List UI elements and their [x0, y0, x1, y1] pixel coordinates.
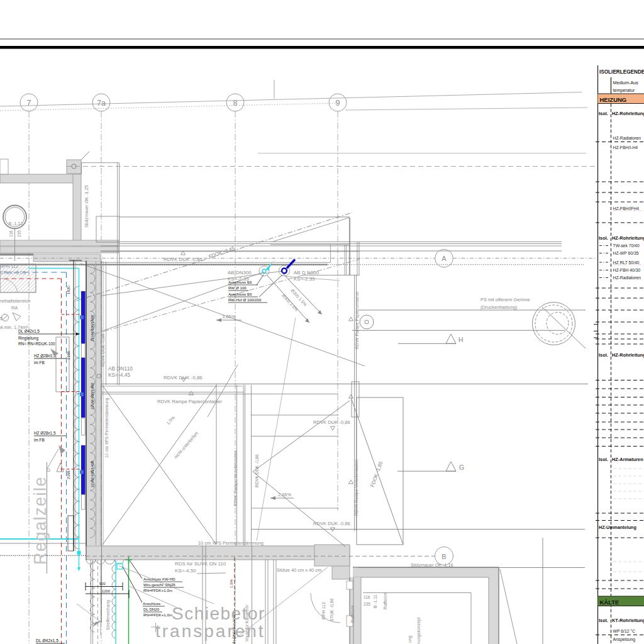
svg-text:Isol.: Isol. — [599, 352, 608, 358]
svg-text:HZ-Radiatoren: HZ-Radiatoren — [613, 275, 641, 280]
svg-text:HZ Ø28x1,5: HZ Ø28x1,5 — [34, 431, 56, 435]
svg-text:Schiebetor: Schiebetor — [172, 604, 265, 623]
svg-text:2,66%: 2,66% — [278, 492, 291, 497]
svg-text:2155: 2155 — [66, 470, 70, 479]
svg-text:G: G — [459, 464, 464, 471]
svg-text:nungskonzept: nungskonzept — [416, 618, 421, 644]
svg-text:RPH 112: RPH 112 — [0, 264, 18, 269]
svg-text:9: 9 — [336, 99, 340, 108]
svg-text:(Druckentlastung): (Druckentlastung) — [480, 304, 517, 310]
svg-text:RDVK DUK -0,86: RDVK DUK -0,86 — [101, 333, 105, 367]
svg-text:TW-sek 70/40: TW-sek 70/40 — [613, 243, 640, 248]
svg-text:HZ-Rohrleitung: HZ-Rohrleitung — [612, 111, 644, 116]
svg-text:RN=FFDK+1,0m: RN=FFDK+1,0m — [143, 588, 172, 592]
svg-text:RDVK DUK -0,86: RDVK DUK -0,86 — [164, 257, 203, 262]
svg-text:HZ-FBH/I-H4: HZ-FBH/I-H4 — [613, 145, 638, 150]
svg-text:DL Ø42x1,5: DL Ø42x1,5 — [36, 638, 58, 643]
svg-text:RW Ø 100: RW Ø 100 — [228, 286, 247, 290]
svg-text:1200: 1200 — [102, 589, 110, 593]
svg-text:ISOLIERLEGENDE: ISOLIERLEGENDE — [599, 69, 644, 75]
svg-text:Isol.: Isol. — [599, 618, 608, 623]
svg-text:116: 116 — [9, 230, 13, 237]
svg-text:235: 235 — [17, 230, 21, 237]
svg-text:RN=FFDK+1,0m: RN=FFDK+1,0m — [143, 613, 172, 617]
svg-text:5: 5 — [0, 316, 3, 321]
svg-text:HZ-FBH 40/30: HZ-FBH 40/30 — [613, 268, 641, 272]
svg-text:HZ-Ummantelung: HZ-Ummantelung — [599, 525, 636, 530]
svg-text:RDS für SUVK DN 110: RDS für SUVK DN 110 — [175, 561, 226, 567]
svg-text:reihaltebereich: reihaltebereich — [0, 298, 30, 304]
svg-text:RDVK Rampe Papiercontainer: RDVK Rampe Papiercontainer — [157, 399, 222, 404]
svg-text:AB DN300: AB DN300 — [228, 270, 252, 275]
svg-text:RN= RN=RDUK-100: RN= RN=RDUK-100 — [18, 341, 55, 346]
svg-text:HZ-WP 60/35: HZ-WP 60/35 — [613, 251, 639, 255]
svg-text:A: A — [441, 255, 447, 262]
svg-text:1520: 1520 — [66, 286, 70, 294]
svg-text:DL Ø42x1,5: DL Ø42x1,5 — [18, 329, 40, 333]
svg-text:HZ-FBH/IFH4: HZ-FBH/IFH4 — [613, 206, 640, 211]
svg-text:KS=-2,35: KS=-2,35 — [294, 276, 315, 282]
svg-text:235: 235 — [364, 602, 370, 606]
svg-text:RDVK Rampe Papiercontainer: RDVK Rampe Papiercontainer — [355, 291, 360, 349]
svg-text:Anspeisung: Anspeisung — [613, 637, 636, 642]
svg-text:RDVK DUK -0,86: RDVK DUK -0,86 — [164, 375, 203, 380]
svg-text:116: 116 — [364, 595, 370, 599]
svg-text:AB DN110: AB DN110 — [108, 365, 133, 372]
svg-text:Raffstore: Raffstore — [383, 592, 387, 609]
svg-text:im FB: im FB — [34, 360, 45, 365]
svg-text:KS=-4,45: KS=-4,45 — [108, 372, 130, 378]
svg-text:RDVK DUK -0,86: RDVK DUK -0,86 — [313, 521, 350, 526]
svg-text:HZ-Rohrleitung: HZ-Rohrleitung — [612, 235, 644, 241]
svg-text:HZ-Radiatoren: HZ-Radiatoren — [613, 136, 641, 140]
svg-text:Isol.: Isol. — [599, 457, 608, 462]
svg-text:KT-Rohrleitung: KT-Rohrleitung — [612, 618, 644, 623]
svg-text:G: G — [47, 467, 50, 473]
svg-text:HZ-Rohrleitung: HZ-Rohrleitung — [612, 352, 644, 358]
svg-text:22VM 600/1400: 22VM 600/1400 — [91, 460, 94, 487]
svg-text:B: B — [441, 553, 446, 560]
svg-text:HZ Ø28x1,5: HZ Ø28x1,5 — [34, 353, 56, 358]
svg-text:8: 8 — [233, 99, 238, 108]
svg-text:H: H — [458, 336, 464, 343]
svg-text:transparent: transparent — [155, 621, 265, 641]
svg-text:RPH 112: RPH 112 — [321, 602, 326, 619]
svg-text:ung: ung — [408, 635, 413, 643]
svg-text:PS mit offenem Gerinne: PS mit offenem Gerinne — [480, 297, 530, 303]
svg-text:DL DN20: DL DN20 — [143, 607, 160, 611]
svg-text:Streifenvorhang: Streifenvorhang — [106, 600, 111, 630]
svg-text:RDVK DUK -0,86: RDVK DUK -0,86 — [255, 454, 259, 487]
svg-text:Anschluss: Anschluss — [143, 601, 160, 606]
svg-text:3,65%: 3,65% — [222, 314, 235, 319]
svg-text:im FB: im FB — [34, 438, 45, 442]
svg-text:HZ RLT 50/40: HZ RLT 50/40 — [613, 260, 640, 265]
svg-text:RDVK Rampe Verteilerstation: RDVK Rampe Verteilerstation — [233, 450, 238, 506]
svg-text:Stützmauer OK -1,16: Stützmauer OK -1,16 — [411, 562, 453, 568]
svg-text:2155: 2155 — [66, 351, 70, 360]
svg-text:7a: 7a — [97, 99, 106, 108]
svg-text:RA: RA — [11, 305, 18, 311]
svg-text:Regalzeile: Regalzeile — [31, 476, 50, 565]
svg-text:WP 6/12 °C: WP 6/12 °C — [613, 629, 636, 633]
svg-text:Anschluss E6: Anschluss E6 — [228, 292, 252, 296]
svg-text:B -1.11: B -1.11 — [373, 594, 377, 608]
svg-text:Ringleitung: Ringleitung — [18, 336, 38, 341]
svg-text:Medium-Aus: Medium-Aus — [613, 80, 639, 86]
svg-text:22VM 600/1400: 22VM 600/1400 — [91, 382, 94, 409]
svg-text:Isol.: Isol. — [599, 111, 608, 116]
svg-text:Isol.: Isol. — [599, 235, 608, 241]
svg-text:RDVK Rampe Verteilerstation: RDVK Rampe Verteilerstation — [354, 459, 359, 516]
svg-text:10 cm XPS Perimeterdämmung: 10 cm XPS Perimeterdämmung — [104, 397, 109, 458]
svg-text:HEIZUNG: HEIZUNG — [600, 96, 627, 103]
svg-text:10 cm XPS Perimeterdämmung: 10 cm XPS Perimeterdämmung — [198, 540, 264, 546]
svg-text:22VM 600/1400: 22VM 600/1400 — [91, 314, 94, 341]
svg-text:1,5%: 1,5% — [229, 579, 233, 588]
svg-text:Raffstore: Raffstore — [350, 605, 355, 623]
svg-text:HZ-Armaturen: HZ-Armaturen — [612, 457, 643, 462]
svg-text:AB D N300: AB D N300 — [294, 270, 319, 275]
svg-text:RDVK DUK -0,86: RDVK DUK -0,86 — [313, 419, 350, 425]
svg-text:Wro-geschr. DN25: Wro-geschr. DN25 — [143, 582, 175, 587]
svg-text:600: 600 — [99, 582, 106, 586]
svg-text:STUK -0,05: STUK -0,05 — [0, 270, 26, 275]
svg-text:Stütze 40 cm x 40 cm: Stütze 40 cm x 40 cm — [277, 567, 321, 573]
svg-text:Stützmauer OK -1,25: Stützmauer OK -1,25 — [84, 185, 89, 228]
